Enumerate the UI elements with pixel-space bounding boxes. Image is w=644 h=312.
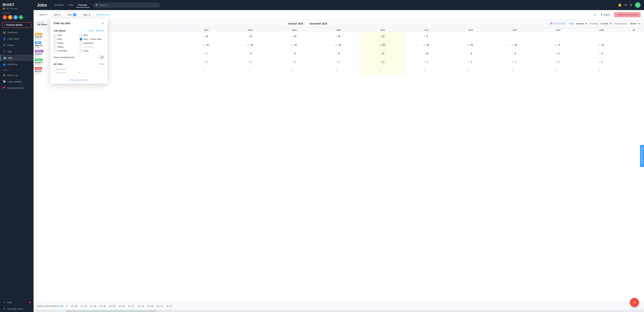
checkbox-cancelled[interactable]: Cancelled <box>54 50 78 52</box>
job-status-title: Job Status <box>54 29 66 32</box>
checkbox-won-future[interactable]: Won - Future Start <box>80 38 104 40</box>
checkbox-shop[interactable]: Shop <box>80 50 104 52</box>
status-checkboxes: 50% 80% 90% Won - Future Start Active <box>54 34 104 52</box>
all-jobs-title: All Jobs <box>54 63 63 66</box>
clear-filters-section: Clear all job filters <box>50 76 107 84</box>
checkbox-billing-input[interactable] <box>54 46 56 48</box>
checkbox-cancelled-input[interactable] <box>54 50 56 52</box>
filter-modal: Filter by jobs ✕ Job Status Reset Select… <box>50 18 107 84</box>
checkbox-50[interactable]: 50% <box>54 34 78 36</box>
checkbox-active[interactable]: Active <box>54 42 78 44</box>
modal-overlay: Filter by jobs ✕ Job Status Reset Select… <box>0 0 644 312</box>
show-completed-label: Show completed jobs <box>54 56 74 58</box>
checkbox-inspection-input[interactable] <box>80 42 82 44</box>
select-job-chevron-icon: ▾ <box>79 72 102 74</box>
all-jobs-section: All Jobs Clear Selected jobs Select a jo… <box>50 61 107 75</box>
select-job-dropdown[interactable]: Select a job ▾ <box>54 70 104 75</box>
checkbox-complete-input[interactable] <box>80 46 82 48</box>
modal-close-button[interactable]: ✕ <box>102 22 104 25</box>
checkbox-80[interactable]: 80% <box>80 34 104 36</box>
checkbox-shop-input[interactable] <box>80 50 82 52</box>
all-jobs-header: All Jobs Clear <box>54 63 104 66</box>
job-status-header: Job Status Reset Select All <box>54 29 104 32</box>
checkbox-80-input[interactable] <box>80 34 82 36</box>
checkbox-90[interactable]: 90% <box>54 38 78 40</box>
selected-jobs-label: Selected jobs <box>54 67 104 70</box>
checkbox-billing[interactable]: Billing <box>54 46 78 48</box>
checkbox-90-input[interactable] <box>54 38 56 40</box>
show-completed-toggle[interactable] <box>98 56 104 59</box>
selected-jobs-box: Selected jobs Select a job ▾ <box>54 67 104 75</box>
toggle-thumb <box>98 56 101 58</box>
checkbox-active-input[interactable] <box>54 42 56 44</box>
clear-jobs-button[interactable]: Clear <box>99 63 104 65</box>
reset-button[interactable]: Reset <box>88 30 94 32</box>
job-status-section: Job Status Reset Select All 50% 80% 90% <box>50 27 107 52</box>
checkbox-complete[interactable]: Complete <box>80 46 104 48</box>
checkbox-inspection[interactable]: Inspection <box>80 42 104 44</box>
show-completed-row: Show completed jobs <box>50 54 107 61</box>
modal-title: Filter by jobs <box>54 22 70 25</box>
clear-all-filters-link[interactable]: Clear all job filters <box>70 79 88 81</box>
select-all-button[interactable]: Select All <box>96 30 104 32</box>
modal-header: Filter by jobs ✕ <box>50 18 107 27</box>
checkbox-50-input[interactable] <box>54 34 56 36</box>
checkbox-won-future-input[interactable] <box>80 38 82 40</box>
job-status-actions: Reset Select All <box>88 30 104 32</box>
